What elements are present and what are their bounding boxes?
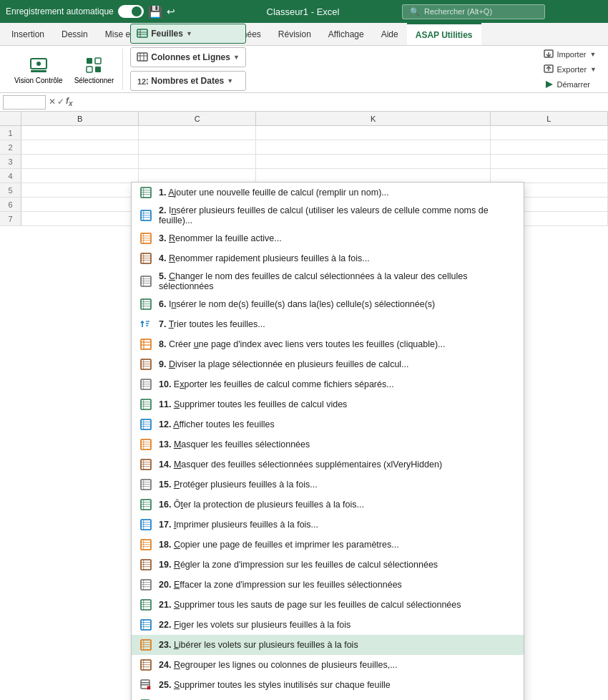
menu-item-13[interactable]: 13. Masquer les feuilles sélectionnées — [132, 434, 524, 454]
autosave-toggle[interactable] — [118, 5, 144, 18]
menu-item-text: 2. Insérer plusieurs feuilles de calcul … — [159, 205, 516, 225]
save-icon[interactable]: 💾 — [148, 5, 162, 19]
tab-dessin[interactable]: Dessin — [53, 23, 97, 45]
row-num-header — [0, 112, 21, 125]
svg-rect-140 — [141, 666, 151, 667]
menu-item-icon — [139, 558, 153, 572]
name-box[interactable] — [3, 95, 46, 110]
svg-rect-130 — [141, 626, 151, 627]
menu-item-icon — [139, 185, 153, 200]
vision-icon — [27, 54, 50, 77]
menu-item-7[interactable]: 7. Trier toutes les feuilles... — [132, 314, 524, 334]
svg-rect-94 — [141, 484, 151, 485]
ribbon-toolbar: Vision Contrôle Sélectionner Feuilles ▼ … — [0, 46, 608, 93]
menu-item-8[interactable]: 8. Créer une page d'index avec liens ver… — [132, 334, 524, 354]
menu-item-icon — [139, 578, 153, 592]
table-row: 4 — [0, 169, 608, 183]
svg-rect-118 — [141, 582, 151, 583]
menu-item-14[interactable]: 14. Masquer des feuilles sélectionnées s… — [132, 454, 524, 475]
search-box[interactable]: 🔍 Rechercher (Alt+Q) — [402, 4, 545, 19]
menu-item-15[interactable]: 15. Protéger plusieurs feuilles à la foi… — [132, 475, 524, 495]
menu-item-11[interactable]: 11. Supprimer toutes les feuilles de cal… — [132, 394, 524, 414]
menu-item-3[interactable]: 3. Renommer la feuille active... — [132, 228, 524, 248]
svg-rect-123 — [141, 602, 151, 603]
menu-item-12[interactable]: 12. Afficher toutes les feuilles — [132, 414, 524, 434]
menu-item-25[interactable]: 25. Supprimer toutes les styles inutilis… — [132, 675, 524, 695]
menu-item-24[interactable]: 24. Regrouper les lignes ou colonnes de … — [132, 655, 524, 675]
menu-item-icon — [139, 251, 153, 266]
svg-rect-119 — [141, 584, 151, 585]
fx-cancel-icon[interactable]: ✕ — [49, 97, 56, 107]
menu-item-icon — [139, 377, 153, 392]
table-row: 2 — [0, 140, 608, 155]
menu-item-4[interactable]: 4. Renommer rapidement plusieurs feuille… — [132, 248, 524, 268]
exporter-button[interactable]: Exporter ▼ — [538, 63, 603, 76]
importer-button[interactable]: Importer ▼ — [538, 48, 602, 61]
svg-rect-99 — [141, 504, 151, 505]
menu-item-1[interactable]: 1. Ajouter une nouvelle feuille de calcu… — [132, 183, 524, 203]
svg-rect-25 — [141, 190, 151, 190]
svg-rect-131 — [143, 620, 144, 630]
menu-item-text: 13. Masquer les feuilles sélectionnées — [159, 439, 516, 449]
svg-rect-86 — [143, 439, 144, 449]
nombres-dates-dropdown[interactable]: 123 Nombres et Dates ▼ — [130, 71, 246, 91]
svg-rect-126 — [143, 600, 144, 610]
menu-item-2[interactable]: 2. Insérer plusieurs feuilles de calcul … — [132, 203, 524, 228]
menu-item-20[interactable]: 20. Effacer la zone d'impression sur les… — [132, 575, 524, 595]
svg-rect-30 — [141, 213, 151, 213]
menu-item-icon — [139, 678, 153, 692]
menu-item-text: 5. Changer le nom des feuilles de calcul… — [159, 271, 516, 291]
search-placeholder: Rechercher (Alt+Q) — [424, 7, 492, 16]
tab-affichage[interactable]: Affichage — [320, 23, 373, 45]
tab-insertion[interactable]: Insertion — [3, 23, 53, 45]
menu-item-9[interactable]: 9. Diviser la plage sélectionnée en plus… — [132, 354, 524, 374]
svg-rect-68 — [141, 381, 151, 382]
spreadsheet-area: B C K L 1 2 3 4 5 6 7 1. Ajouter une nou… — [0, 112, 608, 700]
ribbon-group-view: Vision Contrôle Sélectionner — [6, 49, 123, 90]
fx-function-icon[interactable]: fx — [66, 96, 73, 107]
feuilles-dropdown[interactable]: Feuilles ▼ — [130, 24, 246, 44]
svg-rect-128 — [141, 622, 151, 623]
svg-rect-53 — [143, 299, 144, 309]
selectionner-button[interactable]: Sélectionner — [70, 51, 119, 87]
menu-item-icon — [139, 538, 153, 552]
menu-item-icon — [139, 397, 153, 412]
tab-aide[interactable]: Aide — [373, 23, 407, 45]
fx-confirm-icon[interactable]: ✓ — [57, 97, 64, 107]
menu-item-23[interactable]: 23. Libérer les volets sur plusieurs feu… — [132, 635, 524, 655]
menu-item-18[interactable]: 18. Copier une page de feuilles et impri… — [132, 535, 524, 555]
feuilles-icon — [137, 28, 148, 39]
undo-icon[interactable]: ↩ — [167, 6, 175, 17]
svg-rect-103 — [141, 522, 151, 522]
menu-item-22[interactable]: 22. Figer les volets sur plusieurs feuil… — [132, 615, 524, 635]
menu-item-17[interactable]: 17. Imprimer plusieurs feuilles à la foi… — [132, 515, 524, 535]
tab-revision[interactable]: Révision — [270, 23, 320, 45]
menu-item-icon — [139, 208, 153, 223]
menu-item-26[interactable]: 26. Supprimer les vides inutilisés de fi… — [132, 695, 524, 700]
menu-item-5[interactable]: 5. Changer le nom des feuilles de calcul… — [132, 268, 524, 294]
menu-item-19[interactable]: 19. Régler la zone d'impression sur les … — [132, 555, 524, 575]
menu-item-16[interactable]: 16. Ôter la protection de plusieurs feui… — [132, 495, 524, 515]
svg-rect-101 — [143, 500, 144, 510]
menu-item-icon — [139, 477, 153, 492]
svg-rect-36 — [141, 238, 151, 238]
tab-asap[interactable]: ASAP Utilities — [407, 23, 481, 45]
colonnes-lignes-dropdown[interactable]: Colonnes et Lignes ▼ — [130, 47, 246, 67]
menu-item-21[interactable]: 21. Supprimer tous les sauts de page sur… — [132, 595, 524, 615]
vision-controle-button[interactable]: Vision Contrôle — [10, 51, 67, 87]
menu-item-text: 25. Supprimer toutes les styles inutilis… — [159, 680, 516, 690]
menu-item-10[interactable]: 10. Exporter les feuilles de calcul comm… — [132, 374, 524, 394]
menu-item-icon — [139, 231, 153, 246]
col-header-k: K — [256, 112, 490, 125]
svg-rect-98 — [141, 502, 151, 502]
svg-rect-115 — [141, 566, 151, 567]
menu-item-6[interactable]: 6. Insérer le nom de(s) feuille(s) dans … — [132, 294, 524, 314]
svg-rect-121 — [143, 580, 144, 590]
svg-rect-33 — [143, 210, 144, 220]
demarrer-button[interactable]: Démarrer — [538, 78, 596, 91]
svg-rect-50 — [141, 301, 151, 302]
menu-item-text: 9. Diviser la plage sélectionnée en plus… — [159, 359, 516, 369]
formula-input[interactable] — [76, 97, 605, 107]
menu-item-icon — [139, 297, 153, 311]
svg-rect-35 — [141, 235, 151, 236]
